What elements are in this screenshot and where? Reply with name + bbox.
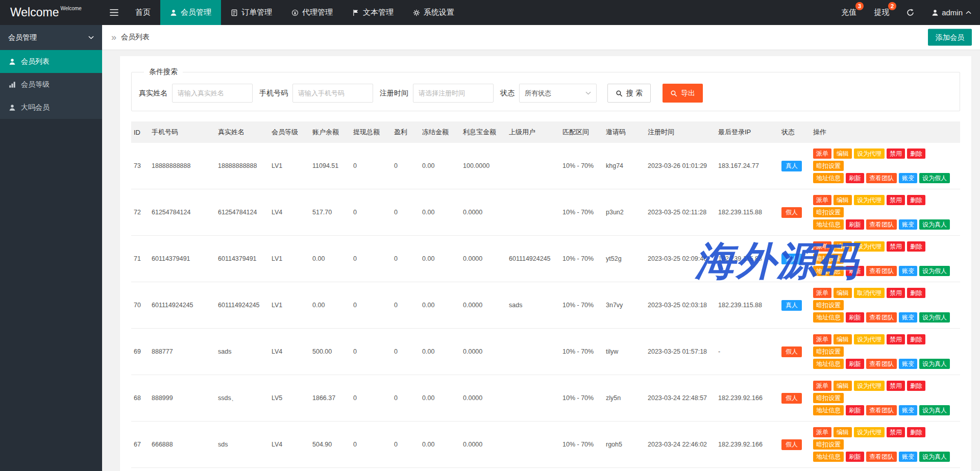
refresh-member-button[interactable]: 刷新 (846, 219, 864, 230)
set-as-real-button[interactable]: 设为真人 (919, 219, 950, 230)
set-as-real-button[interactable]: 设为真人 (919, 405, 950, 415)
account-change-button[interactable]: 账变 (899, 173, 917, 183)
edit-button[interactable]: 编辑 (834, 427, 852, 437)
hidden-deduct-settings-button[interactable]: 暗扣设置 (813, 254, 844, 264)
refresh-member-button[interactable]: 刷新 (846, 173, 864, 183)
dispatch-order-button[interactable]: 派单 (813, 334, 831, 344)
view-team-button[interactable]: 查看团队 (866, 312, 897, 323)
sidebar-group-member-management[interactable]: 会员管理 (0, 25, 102, 50)
address-info-button[interactable]: 地址信息 (813, 405, 844, 415)
set-as-fake-button[interactable]: 设为假人 (919, 312, 950, 323)
admin-menu[interactable]: admin (923, 0, 980, 25)
view-team-button[interactable]: 查看团队 (866, 359, 897, 369)
dispatch-order-button[interactable]: 派单 (813, 241, 831, 252)
refresh-member-button[interactable]: 刷新 (846, 452, 864, 462)
edit-button[interactable]: 编辑 (834, 381, 852, 391)
set-as-real-button[interactable]: 设为真人 (919, 452, 950, 462)
address-info-button[interactable]: 地址信息 (813, 173, 844, 183)
withdraw-button[interactable]: 提现 2 (865, 0, 898, 25)
refresh-member-button[interactable]: 刷新 (846, 359, 864, 369)
phone-input[interactable] (292, 84, 373, 103)
nav-home[interactable]: 首页 (126, 0, 160, 25)
address-info-button[interactable]: 地址信息 (813, 312, 844, 323)
set-as-agent-button[interactable]: 设为代理 (854, 241, 885, 252)
recharge-button[interactable]: 充值 3 (832, 0, 865, 25)
set-as-fake-button[interactable]: 设为假人 (919, 266, 950, 276)
account-change-button[interactable]: 账变 (899, 452, 917, 462)
hidden-deduct-settings-button[interactable]: 暗扣设置 (813, 439, 844, 450)
disable-button[interactable]: 禁用 (887, 195, 905, 205)
edit-button[interactable]: 编辑 (834, 334, 852, 344)
export-button[interactable]: 导出 (663, 84, 703, 103)
nav-text-management[interactable]: 文本管理 (342, 0, 403, 25)
set-as-agent-button[interactable]: 设为代理 (854, 334, 885, 344)
delete-button[interactable]: 删除 (907, 427, 925, 437)
disable-button[interactable]: 禁用 (887, 427, 905, 437)
cell-invite-code: yt52g (603, 236, 645, 282)
delete-button[interactable]: 删除 (907, 195, 925, 205)
menu-toggle-button[interactable] (102, 0, 126, 25)
set-as-agent-button[interactable]: 设为代理 (854, 148, 885, 159)
nav-agent-management[interactable]: 代理管理 (282, 0, 342, 25)
delete-button[interactable]: 删除 (907, 241, 925, 252)
delete-button[interactable]: 删除 (907, 381, 925, 391)
reg-time-input[interactable] (413, 84, 494, 103)
account-change-button[interactable]: 账变 (899, 312, 917, 323)
view-team-button[interactable]: 查看团队 (866, 452, 897, 462)
dispatch-order-button[interactable]: 派单 (813, 288, 831, 298)
edit-button[interactable]: 编辑 (834, 241, 852, 252)
refresh-member-button[interactable]: 刷新 (846, 405, 864, 415)
dispatch-order-button[interactable]: 派单 (813, 381, 831, 391)
disable-button[interactable]: 禁用 (887, 334, 905, 344)
view-team-button[interactable]: 查看团队 (866, 173, 897, 183)
nav-member-management[interactable]: 会员管理 (160, 0, 221, 25)
set-as-fake-button[interactable]: 设为假人 (919, 173, 950, 183)
refresh-member-button[interactable]: 刷新 (846, 312, 864, 323)
dispatch-order-button[interactable]: 派单 (813, 195, 831, 205)
hidden-deduct-settings-button[interactable]: 暗扣设置 (813, 207, 844, 217)
disable-button[interactable]: 禁用 (887, 288, 905, 298)
address-info-button[interactable]: 地址信息 (813, 219, 844, 230)
add-member-button[interactable]: 添加会员 (928, 29, 972, 46)
view-team-button[interactable]: 查看团队 (866, 219, 897, 230)
disable-button[interactable]: 禁用 (887, 148, 905, 159)
address-info-button[interactable]: 地址信息 (813, 452, 844, 462)
delete-button[interactable]: 删除 (907, 148, 925, 159)
dispatch-order-button[interactable]: 派单 (813, 427, 831, 437)
hidden-deduct-settings-button[interactable]: 暗扣设置 (813, 161, 844, 171)
sidebar-item-vip-member[interactable]: 大吗会员 (0, 96, 102, 119)
view-team-button[interactable]: 查看团队 (866, 266, 897, 276)
nav-order-management[interactable]: 订单管理 (221, 0, 282, 25)
account-change-button[interactable]: 账变 (899, 359, 917, 369)
set-as-real-button[interactable]: 设为真人 (919, 359, 950, 369)
address-info-button[interactable]: 地址信息 (813, 359, 844, 369)
real-name-input[interactable] (172, 84, 253, 103)
delete-button[interactable]: 删除 (907, 334, 925, 344)
disable-button[interactable]: 禁用 (887, 381, 905, 391)
hidden-deduct-settings-button[interactable]: 暗扣设置 (813, 393, 844, 403)
account-change-button[interactable]: 账变 (899, 266, 917, 276)
sidebar-item-member-level[interactable]: 会员等级 (0, 73, 102, 96)
sidebar-item-member-list[interactable]: 会员列表 (0, 50, 102, 73)
dispatch-order-button[interactable]: 派单 (813, 148, 831, 159)
hidden-deduct-settings-button[interactable]: 暗扣设置 (813, 300, 844, 310)
hidden-deduct-settings-button[interactable]: 暗扣设置 (813, 346, 844, 357)
nav-system-settings[interactable]: 系统设置 (403, 0, 464, 25)
edit-button[interactable]: 编辑 (834, 288, 852, 298)
address-info-button[interactable]: 地址信息 (813, 266, 844, 276)
delete-button[interactable]: 删除 (907, 288, 925, 298)
account-change-button[interactable]: 账变 (899, 405, 917, 415)
set-as-agent-button[interactable]: 设为代理 (854, 427, 885, 437)
disable-button[interactable]: 禁用 (887, 241, 905, 252)
set-as-agent-button[interactable]: 设为代理 (854, 381, 885, 391)
status-select[interactable]: 所有状态 (519, 84, 597, 103)
edit-button[interactable]: 编辑 (834, 195, 852, 205)
refresh-member-button[interactable]: 刷新 (846, 266, 864, 276)
edit-button[interactable]: 编辑 (834, 148, 852, 159)
cancel-agent-button[interactable]: 取消代理 (854, 288, 885, 298)
set-as-agent-button[interactable]: 设为代理 (854, 195, 885, 205)
view-team-button[interactable]: 查看团队 (866, 405, 897, 415)
refresh-button[interactable] (898, 0, 923, 25)
account-change-button[interactable]: 账变 (899, 219, 917, 230)
search-button[interactable]: 搜 索 (607, 84, 651, 103)
